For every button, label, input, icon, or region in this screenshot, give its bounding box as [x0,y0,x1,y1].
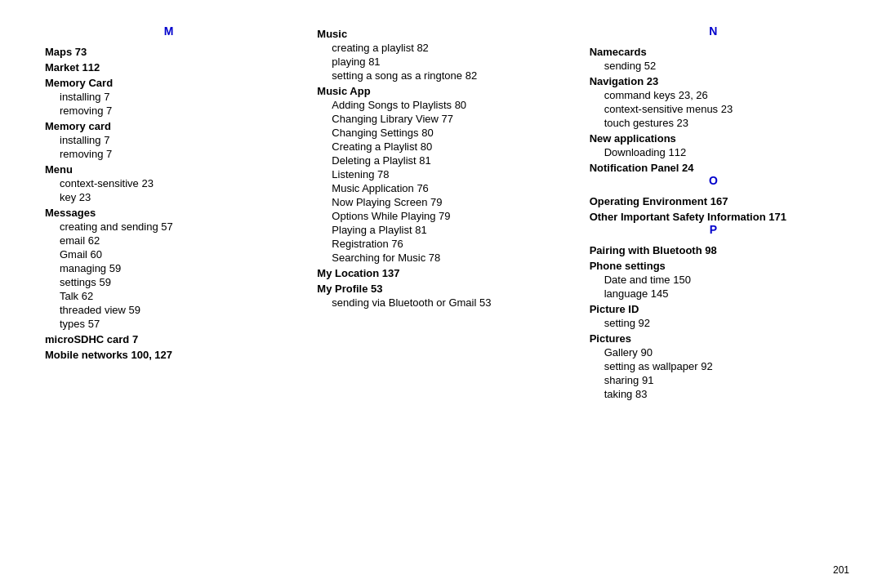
entry-sub-context-sensitive-menus: context-sensitive menus 23 [590,103,837,115]
entry-bold-navigation: Navigation 23 [590,75,837,87]
entry-sub-installing: installing 7 [45,91,292,103]
index-page: MMaps 73Market 112Memory Cardinstalling … [0,0,882,588]
entry-sub-adding-songs-to-playlists: Adding Songs to Playlists 80 [317,99,564,111]
entry-bold-pictures: Pictures [590,332,837,345]
entry-sub-removing: removing 7 [45,148,292,160]
entry-sub-types: types 57 [45,318,292,330]
entry-bold-maps: Maps 73 [45,46,292,58]
entry-bold-music-app: Music App [317,85,564,97]
entry-sub-downloading: Downloading 112 [590,146,837,158]
entry-sub-settings: settings 59 [45,276,292,288]
entry-bold-menu: Menu [45,163,292,176]
entry-sub-changing-settings: Changing Settings 80 [317,127,564,139]
entry-sub-playing: playing 81 [317,56,564,68]
entry-sub-creating-a-playlist: creating a playlist 82 [317,42,564,54]
entry-sub-playing-a-playlist: Playing a Playlist 81 [317,224,564,236]
entry-bold-my-location: My Location 137 [317,267,564,279]
entry-sub-sending: sending 52 [590,60,837,72]
entry-bold-operating-environment: Operating Environment 167 [590,195,837,207]
entry-bold-new-applications: New applications [590,132,837,145]
column-2: Musiccreating a playlist 82playing 81set… [305,24,577,400]
entry-sub-setting-a-song-as-a-ringtone: setting a song as a ringtone 82 [317,69,564,82]
entry-sub-taking: taking 83 [590,388,837,400]
entry-bold-pairing-with-bluetooth: Pairing with Bluetooth 98 [590,244,837,256]
entry-sub-gmail: Gmail 60 [45,248,292,261]
column-3: NNamecardssending 52Navigation 23command… [577,24,849,400]
entry-sub-music-application: Music Application 76 [317,182,564,194]
entry-sub-email: email 62 [45,234,292,247]
entry-sub-searching-for-music: Searching for Music 78 [317,252,564,264]
entry-sub-setting: setting 92 [590,317,837,329]
entry-sub-managing: managing 59 [45,262,292,274]
entry-sub-creating-a-playlist: Creating a Playlist 80 [317,140,564,153]
entry-bold-other-important-safety-information: Other Important Safety Information 171 [590,211,837,223]
entry-bold-microsdhc-card: microSDHC card 7 [45,333,292,345]
entry-sub-context-sensitive: context-sensitive 23 [45,177,292,189]
entry-sub-command-keys: command keys 23, 26 [590,89,837,101]
entry-sub-touch-gestures: touch gestures 23 [590,117,837,129]
entry-sub-now-playing-screen: Now Playing Screen 79 [317,196,564,208]
entry-bold-memory-card: Memory Card [45,77,292,89]
entry-sub-creating-and-sending: creating and sending 57 [45,220,292,233]
columns-container: MMaps 73Market 112Memory Cardinstalling … [33,24,849,400]
entry-sub-threaded-view: threaded view 59 [45,304,292,316]
entry-sub-sharing: sharing 91 [590,374,837,386]
entry-bold-memory-card: Memory card [45,120,292,132]
entry-bold-picture-id: Picture ID [590,303,837,315]
entry-bold-my-profile: My Profile 53 [317,283,564,295]
section-header-O: O [590,174,837,187]
entry-sub-deleting-a-playlist: Deleting a Playlist 81 [317,154,564,167]
section-header-N: N [590,24,837,38]
entry-sub-gallery: Gallery 90 [590,346,837,359]
entry-sub-language: language 145 [590,287,837,300]
entry-sub-date-and-time: Date and time 150 [590,274,837,286]
entry-bold-mobile-networks: Mobile networks 100, 127 [45,349,292,361]
section-header-M: M [45,24,292,38]
entry-bold-phone-settings: Phone settings [590,260,837,272]
page-number: 201 [833,564,849,576]
entry-bold-namecards: Namecards [590,46,837,58]
entry-sub-removing: removing 7 [45,105,292,117]
entry-sub-sending-via-bluetooth-or-gmail: sending via Bluetooth or Gmail 53 [317,296,564,309]
column-1: MMaps 73Market 112Memory Cardinstalling … [33,24,305,400]
entry-sub-changing-library-view: Changing Library View 77 [317,113,564,125]
entry-sub-registration: Registration 76 [317,238,564,250]
entry-bold-messages: Messages [45,207,292,219]
section-header-P: P [590,223,837,236]
entry-sub-key: key 23 [45,191,292,203]
entry-bold-market: Market 112 [45,61,292,74]
entry-sub-setting-as-wallpaper: setting as wallpaper 92 [590,360,837,372]
entry-sub-listening: Listening 78 [317,168,564,180]
entry-sub-options-while-playing: Options While Playing 79 [317,210,564,222]
entry-sub-installing: installing 7 [45,134,292,146]
entry-sub-talk: Talk 62 [45,290,292,302]
entry-bold-music: Music [317,28,564,40]
entry-bold-notification-panel: Notification Panel 24 [590,162,837,174]
